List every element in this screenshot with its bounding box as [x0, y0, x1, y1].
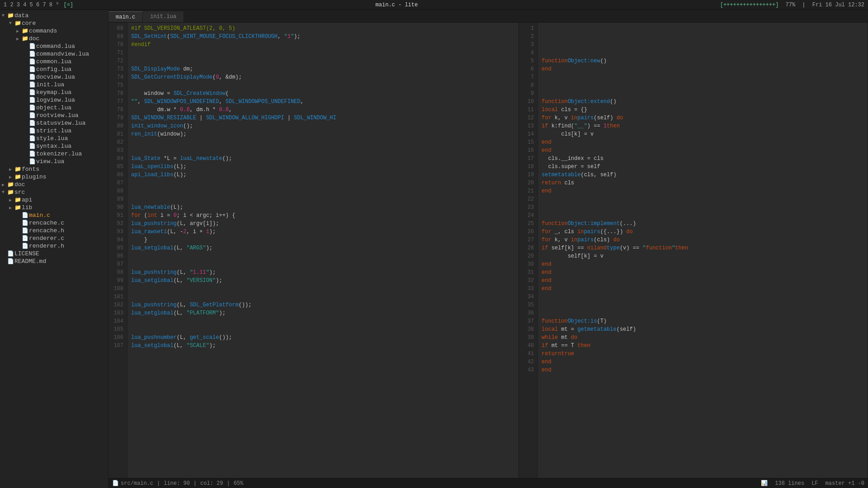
statusbar-right: 📊 138 lines LF master +1 -0 [761, 480, 864, 487]
line-number: 19 [521, 171, 534, 179]
file-icon: 📄 [21, 212, 29, 219]
line-number: 17 [521, 155, 534, 163]
sidebar-folder-item[interactable]: ▶📁fonts [0, 165, 108, 173]
sidebar-file-item[interactable]: 📄statusview.lua [0, 119, 108, 127]
line-number: 92 [110, 220, 123, 228]
sidebar-file-item[interactable]: 📄keymap.lua [0, 89, 108, 96]
code-line: end [542, 146, 864, 155]
code-line [131, 285, 515, 293]
code-line [131, 195, 515, 203]
code-line: while mt do [542, 333, 864, 342]
tree-label: renderer.c [29, 235, 108, 242]
editor-tab[interactable]: main.c [108, 11, 143, 22]
sidebar-file-item[interactable]: 📄tokenizer.lua [0, 150, 108, 158]
statusbar-left: 📄 src/main.c | line: 90 | col: 29 | 65% [112, 480, 243, 487]
sidebar-file-item[interactable]: 📄README.md [0, 258, 108, 265]
sidebar-file-item[interactable]: 📄rencache.h [0, 227, 108, 235]
tree-label: strict.lua [36, 127, 108, 134]
sidebar-file-item[interactable]: 📄config.lua [0, 66, 108, 73]
code-line [131, 57, 515, 65]
sidebar-folder-item[interactable]: ▼📁core [0, 19, 108, 27]
sidebar-file-item[interactable]: 📄renderer.c [0, 235, 108, 242]
tree-label: syntax.lua [36, 143, 108, 150]
code-line: end [542, 260, 864, 268]
sidebar-folder-item[interactable]: ▶📁plugins [0, 173, 108, 181]
main-code-area: 6869707172737475767778798081828384858687… [108, 23, 519, 478]
sidebar-file-item[interactable]: 📄view.lua [0, 158, 108, 165]
sidebar-folder-item[interactable]: ▼📁data [0, 12, 108, 19]
sidebar-folder-item[interactable]: ▶📁doc [0, 35, 108, 42]
titlebar-left: 1 2 3 4 5 6 7 8 ⁹ [=] [4, 1, 73, 8]
tree-label: object.lua [36, 104, 108, 111]
line-number: 11 [521, 106, 534, 114]
sidebar-file-item[interactable]: 📄logview.lua [0, 96, 108, 104]
sidebar-file-item[interactable]: 📄object.lua [0, 104, 108, 112]
file-icon: 📄 [28, 58, 36, 65]
line-number: 94 [110, 236, 123, 244]
sidebar-folder-item[interactable]: ▼📁src [0, 188, 108, 196]
file-tree[interactable]: ▼📁data▼📁core▶📁commands▶📁doc📄command.lua📄… [0, 10, 108, 488]
line-number: 43 [521, 366, 534, 374]
code-line: self[k] = v [542, 252, 864, 260]
tree-label: statusview.lua [36, 120, 108, 127]
main-line-numbers: 6869707172737475767778798081828384858687… [108, 23, 127, 478]
file-icon: 📄 [28, 43, 36, 50]
code-line [542, 89, 864, 98]
sidebar-file-item[interactable]: 📄common.lua [0, 58, 108, 66]
sidebar-file-item[interactable]: 📄commandview.lua [0, 50, 108, 58]
editors-container: 6869707172737475767778798081828384858687… [108, 23, 868, 478]
folder-arrow: ▶ [7, 174, 14, 180]
titlebar-title: main.c - lite [376, 2, 418, 8]
code-line: SDL_GetCurrentDisplayMode(0, &dm); [131, 73, 515, 81]
line-number: 25 [521, 220, 534, 228]
code-line: end [542, 277, 864, 285]
line-number: 72 [110, 57, 123, 65]
file-icon: 📄 [21, 220, 29, 226]
code-line [131, 260, 515, 268]
folder-arrow: ▼ [0, 190, 6, 195]
code-line [542, 73, 864, 81]
code-line: } [131, 236, 515, 244]
code-line: local cls = {} [542, 106, 864, 114]
sidebar-file-item[interactable]: 📄LICENSE [0, 250, 108, 258]
code-line: dm.w * 0.8, dm.h * 0.8, [131, 106, 515, 114]
sidebar-folder-item[interactable]: ▶📁commands [0, 27, 108, 35]
titlebar-pipe: | [802, 2, 805, 8]
line-number: 71 [110, 49, 123, 57]
sidebar-folder-item[interactable]: ▶📁lib [0, 204, 108, 211]
tree-label: style.lua [36, 135, 108, 142]
sidebar-file-item[interactable]: 📄main.c [0, 211, 108, 219]
line-number: 40 [521, 342, 534, 350]
right-code-content[interactable]: function Object:new()endfunction Object:… [538, 23, 868, 478]
sidebar-file-item[interactable]: 📄rencache.c [0, 219, 108, 227]
tree-label: doc [14, 181, 108, 188]
editor-tab[interactable]: init.lua [143, 11, 184, 22]
code-line: init_window_icon(); [131, 122, 515, 130]
file-icon: 📄 [6, 250, 14, 257]
line-number: 97 [110, 260, 123, 268]
line-number: 73 [110, 65, 123, 73]
titlebar-progress: [++++++++++++++++] [720, 2, 779, 8]
line-number: 31 [521, 268, 534, 277]
sidebar-file-item[interactable]: 📄strict.lua [0, 127, 108, 135]
sidebar-folder-item[interactable]: ▶📁api [0, 196, 108, 204]
sidebar-file-item[interactable]: 📄command.lua [0, 42, 108, 50]
sidebar-file-item[interactable]: 📄syntax.lua [0, 142, 108, 150]
file-icon: 📄 [21, 227, 29, 234]
folder-arrow: ▶ [7, 167, 14, 172]
titlebar-mode: [=] [63, 2, 73, 8]
sidebar-file-item[interactable]: 📄renderer.h [0, 242, 108, 250]
sidebar-file-item[interactable]: 📄rootview.lua [0, 112, 108, 119]
tree-label: main.c [29, 212, 108, 219]
titlebar-right: [++++++++++++++++] 77% | Fri 16 Jul 12:3… [720, 2, 864, 8]
tree-label: doc [29, 35, 108, 42]
sidebar-file-item[interactable]: 📄docview.lua [0, 73, 108, 81]
tree-label: keymap.lua [36, 89, 108, 96]
sidebar-folder-item[interactable]: ▶📁doc [0, 181, 108, 188]
line-number: 42 [521, 358, 534, 366]
code-line: function Object:is(T) [542, 317, 864, 325]
sidebar-file-item[interactable]: 📄style.lua [0, 135, 108, 142]
sidebar-file-item[interactable]: 📄init.lua [0, 81, 108, 89]
main-code-content[interactable]: #if SDL_VERSION_ATLEAST(2, 0, 5) SDL_Set… [127, 23, 519, 478]
tree-label: rencache.h [29, 227, 108, 234]
